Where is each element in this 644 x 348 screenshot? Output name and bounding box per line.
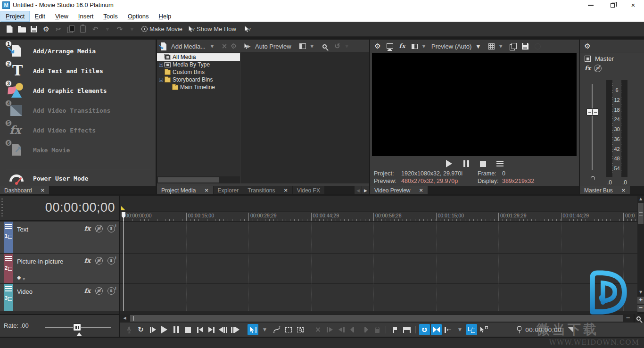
dashboard-item-add-graphic-elements[interactable]: 3Add Graphic Elements [0, 81, 156, 101]
timeline-vertical-scrollbar[interactable]: ▲ [637, 196, 644, 290]
video-output-fx-button[interactable]: fx [397, 41, 407, 51]
track-name[interactable]: Text [17, 226, 28, 233]
remove-media-button[interactable]: × [220, 41, 229, 51]
master-properties-button[interactable]: ⚙ [583, 41, 592, 51]
enable-snapping-button[interactable]: Ω [419, 324, 430, 335]
overlays-button[interactable] [487, 41, 496, 51]
track-mute-button[interactable]: M [95, 287, 103, 295]
close-button[interactable]: × [625, 0, 641, 10]
go-to-start-button[interactable] [194, 324, 205, 335]
preview-stop-button[interactable] [478, 158, 488, 169]
tree-expander-icon[interactable]: + [159, 63, 163, 67]
tab-transitions[interactable]: Transitions× [243, 186, 292, 194]
auto-ripple-button[interactable]: ← [443, 324, 454, 335]
timeline-track-row-picture-in-picture[interactable] [120, 254, 637, 283]
track-menu-icon[interactable] [5, 224, 12, 229]
track-fx-button[interactable]: fx [84, 257, 91, 264]
tree-item-custom-bins[interactable]: Custom Bins [157, 68, 240, 76]
track-name[interactable]: Picture-in-picture [17, 258, 63, 265]
overlays-dropdown[interactable]: ▼ [496, 41, 505, 51]
track-solo-button[interactable]: S [107, 225, 115, 232]
normal-edit-tool-button[interactable] [248, 324, 258, 335]
track-name[interactable]: Video [17, 288, 33, 295]
tab-dashboard[interactable]: Dashboard × [0, 186, 49, 194]
scroll-up-icon[interactable]: ▲ [637, 196, 644, 202]
timecode-corner-icon[interactable] [568, 327, 573, 332]
track-header-video[interactable]: 3VideofxMS [0, 284, 119, 311]
menu-view[interactable]: View [50, 11, 73, 21]
dashboard-item-make-movie[interactable]: ↗6Make Movie [0, 141, 156, 160]
track-color-strip[interactable]: 3 [4, 284, 13, 311]
properties-button[interactable]: ⚙ [41, 23, 52, 35]
envelope-edit-tool-button[interactable] [271, 324, 282, 335]
add-media-button[interactable]: ↘ [160, 41, 169, 51]
timeline-marker-icon[interactable] [121, 206, 125, 210]
track-solo-button[interactable]: S [107, 257, 115, 265]
master-fader-track[interactable] [592, 84, 593, 170]
media-undo-button[interactable]: ↺ [333, 41, 342, 51]
timeline-grid[interactable]: 00:00:00;0000:00:15;0000:00:29;2900:00:4… [120, 196, 637, 314]
preview-pause-button[interactable] [461, 158, 471, 169]
stop-button[interactable] [182, 324, 193, 335]
scroll-down-icon[interactable]: ▼ [637, 289, 644, 296]
close-tab-icon[interactable]: × [41, 188, 45, 193]
tree-item-main-timeline[interactable]: Main Timeline [157, 83, 240, 91]
menu-edit[interactable]: Edit [30, 11, 50, 21]
whats-this-help-button[interactable]: ? [242, 23, 253, 35]
make-movie-button[interactable]: Make Movie [141, 23, 187, 35]
minimize-button[interactable] [583, 0, 599, 10]
split-trim-start-button[interactable] [348, 324, 359, 335]
preview-quality-dropdown[interactable]: ▼ [473, 41, 483, 51]
delete-button[interactable]: × [313, 324, 323, 335]
tab-explorer[interactable]: Explorer [214, 186, 243, 194]
auto-ripple-dropdown[interactable]: ▼ [454, 324, 465, 335]
selection-edit-tool-button[interactable] [283, 324, 294, 335]
search-media-button[interactable] [321, 41, 330, 51]
track-color-strip[interactable]: 2 [4, 254, 13, 283]
insert-region-button[interactable] [401, 324, 412, 335]
track-fx-button[interactable]: fx [84, 225, 91, 232]
scrollbar-thumb[interactable] [638, 203, 644, 224]
zoom-out-track-height-button[interactable]: − [637, 305, 644, 312]
next-frame-button[interactable] [230, 324, 240, 335]
tab-scroll-left-icon[interactable]: ◀ [355, 186, 362, 194]
close-tab-icon[interactable]: × [621, 188, 626, 193]
master-fader-handle[interactable] [586, 108, 598, 116]
add-media-dropdown[interactable]: ▼ [207, 41, 217, 51]
views-button[interactable] [298, 41, 307, 51]
save-project-button[interactable] [28, 23, 40, 35]
loop-playback-button[interactable]: ↻ [135, 324, 146, 335]
previous-frame-button[interactable] [218, 324, 229, 335]
record-button[interactable] [124, 324, 134, 335]
preview-quality-label[interactable]: Preview (Auto) [431, 43, 471, 50]
timeline-track-row-video[interactable] [120, 284, 637, 311]
external-monitor-button[interactable] [385, 41, 395, 51]
track-mute-button[interactable]: M [95, 257, 103, 265]
timeline-ruler[interactable]: 00:00:00;0000:00:15;0000:00:29;2900:00:4… [120, 212, 637, 222]
track-header-picture-in-picture[interactable]: 2Picture-in-picturefxMS◆▼ [0, 254, 119, 283]
go-to-end-button[interactable] [206, 324, 217, 335]
media-list-area[interactable] [240, 52, 369, 183]
track-color-strip[interactable]: 1 [4, 222, 13, 253]
zoom-out-time-button[interactable]: − [624, 315, 632, 322]
track-fx-button[interactable]: fx [84, 288, 91, 294]
views-dropdown[interactable]: ▼ [307, 41, 317, 51]
close-tab-icon[interactable]: × [204, 188, 208, 193]
tab-scroll-right-icon[interactable]: ▶ [362, 186, 369, 194]
redo-dropdown[interactable]: ▼ [126, 23, 138, 35]
edit-tool-dropdown[interactable]: ▼ [259, 324, 270, 335]
menu-insert[interactable]: Insert [74, 11, 99, 21]
scroll-left-icon[interactable]: ◀ [121, 315, 128, 322]
timeline-track-row-text[interactable] [120, 222, 637, 253]
menu-help[interactable]: Help [154, 11, 176, 21]
new-project-button[interactable] [4, 23, 15, 35]
tree-item-all-media[interactable]: All Media [157, 53, 240, 61]
dashboard-item-add-video-transitions[interactable]: 4Add Video Transitions [0, 101, 156, 121]
menu-project[interactable]: Project [1, 11, 29, 21]
media-properties-button[interactable]: ⚙ [229, 41, 239, 51]
ignore-event-grouping-button[interactable] [466, 324, 477, 335]
dashboard-item-add-arrange-media[interactable]: ↘1Add/Arrange Media [0, 41, 156, 61]
video-preview-screen[interactable] [372, 53, 577, 156]
menu-options[interactable]: Options [123, 11, 154, 21]
tab-video-preview[interactable]: Video Preview × [370, 186, 428, 194]
